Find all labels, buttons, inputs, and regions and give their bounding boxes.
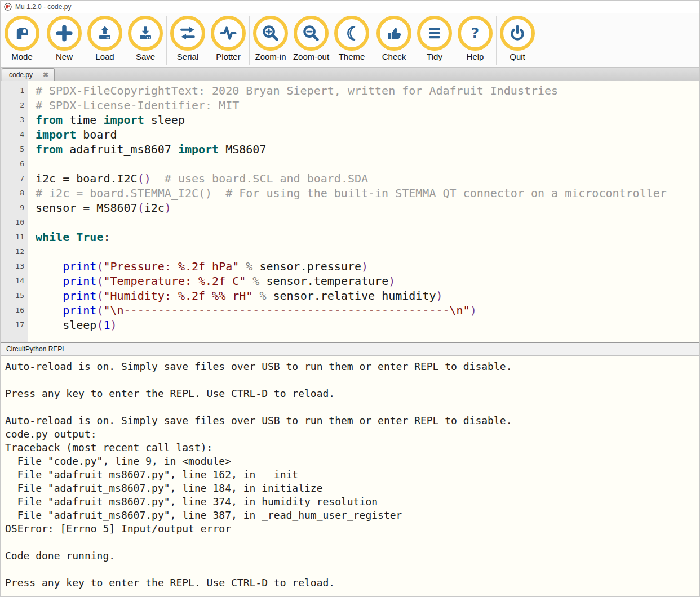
toolbar-button-zoom-in[interactable]: Zoom-in xyxy=(250,16,291,61)
toolbar-button-new[interactable]: New xyxy=(44,16,85,61)
toolbar-separator xyxy=(43,16,43,65)
toolbar-button-label: Zoom-out xyxy=(293,52,329,61)
toolbar-button-label: Help xyxy=(467,52,484,61)
toolbar-button-save[interactable]: Save xyxy=(125,16,166,61)
code-line[interactable]: print("\n-------------------------------… xyxy=(28,303,477,318)
load-icon xyxy=(87,16,122,51)
line-number: 11 xyxy=(1,230,28,244)
code-line[interactable]: print("Pressure: %.2f hPa" % sensor.pres… xyxy=(28,259,368,274)
repl-line: File "adafruit_ms8607.py", line 374, in … xyxy=(5,495,699,509)
code-line[interactable]: from time import sleep xyxy=(28,113,185,127)
editor-line: 13 print("Pressure: %.2f hPa" % sensor.p… xyxy=(1,259,699,274)
editor-line: 7i2c = board.I2C() # uses board.SCL and … xyxy=(1,171,699,186)
code-line[interactable]: print("Humidity: %.2f %% rH" % sensor.re… xyxy=(28,288,443,303)
editor-line: 3from time import sleep xyxy=(1,113,699,127)
editor-line: 8# i2c = board.STEMMA_I2C() # For using … xyxy=(1,186,699,201)
line-number: 10 xyxy=(1,215,28,230)
line-number: 2 xyxy=(1,98,28,113)
repl-line: Press any key to enter the REPL. Use CTR… xyxy=(5,576,699,590)
repl-line: File "adafruit_ms8607.py", line 387, in … xyxy=(5,509,699,522)
repl-line xyxy=(5,536,699,549)
line-number: 9 xyxy=(1,201,28,215)
titlebar: Mu 1.2.0 - code.py xyxy=(1,1,699,13)
svg-text:?: ? xyxy=(471,25,479,41)
plotter-icon xyxy=(211,16,246,51)
tab-code-py[interactable]: code.py ✖ xyxy=(2,68,55,81)
line-number: 16 xyxy=(1,303,28,318)
help-icon: ? xyxy=(458,16,493,51)
repl-line: Traceback (most recent call last): xyxy=(5,441,699,455)
new-icon xyxy=(47,16,82,51)
code-line[interactable]: sensor = MS8607(i2c) xyxy=(28,201,171,215)
code-line[interactable] xyxy=(28,244,36,259)
repl-line xyxy=(5,400,699,414)
tab-close-icon[interactable]: ✖ xyxy=(43,72,48,78)
window-title: Mu 1.2.0 - code.py xyxy=(15,3,71,11)
editor-line: 4import board xyxy=(1,127,699,142)
toolbar-button-label: Plotter xyxy=(216,52,240,61)
quit-icon xyxy=(500,16,535,51)
toolbar-button-check[interactable]: Check xyxy=(374,16,414,61)
toolbar-button-label: Tidy xyxy=(427,52,442,61)
line-number: 7 xyxy=(1,171,28,186)
line-number: 3 xyxy=(1,113,28,127)
editor-line: 1# SPDX-FileCopyrightText: 2020 Bryan Si… xyxy=(1,83,699,98)
code-line[interactable]: i2c = board.I2C() # uses board.SCL and b… xyxy=(28,171,368,186)
toolbar: ModeNewLoadSaveSerialPlotterZoom-inZoom-… xyxy=(1,13,699,67)
toolbar-button-mode[interactable]: Mode xyxy=(2,16,42,61)
repl-line: File "adafruit_ms8607.py", line 162, in … xyxy=(5,468,699,482)
toolbar-separator xyxy=(373,16,373,65)
line-number: 17 xyxy=(1,318,28,332)
check-icon xyxy=(376,16,411,51)
toolbar-button-load[interactable]: Load xyxy=(85,16,125,61)
repl-line: OSError: [Errno 5] Input/output error xyxy=(5,522,699,536)
tab-label: code.py xyxy=(9,71,33,79)
line-number: 8 xyxy=(1,186,28,201)
editor-line: 9sensor = MS8607(i2c) xyxy=(1,201,699,215)
zoom-in-icon xyxy=(253,16,288,51)
line-number: 5 xyxy=(1,142,28,157)
toolbar-button-plotter[interactable]: Plotter xyxy=(208,16,249,61)
code-line[interactable]: import board xyxy=(28,127,117,142)
toolbar-button-label: Serial xyxy=(177,52,198,61)
mu-logo-icon xyxy=(4,3,12,11)
editor-line: 6 xyxy=(1,157,699,171)
repl-output[interactable]: Auto-reload is on. Simply save files ove… xyxy=(1,356,699,596)
editor-line: 14 print("Temperature: %.2f C" % sensor.… xyxy=(1,274,699,288)
code-line[interactable]: # i2c = board.STEMMA_I2C() # For using t… xyxy=(28,186,667,201)
code-line[interactable]: sleep(1) xyxy=(28,318,117,332)
editor-line: 2# SPDX-License-Identifier: MIT xyxy=(1,98,699,113)
editor-line: 5from adafruit_ms8607 import MS8607 xyxy=(1,142,699,157)
editor-line: 15 print("Humidity: %.2f %% rH" % sensor… xyxy=(1,288,699,303)
code-line[interactable]: # SPDX-License-Identifier: MIT xyxy=(28,98,239,113)
editor-line: 10 xyxy=(1,215,699,230)
line-number: 4 xyxy=(1,127,28,142)
line-number: 12 xyxy=(1,244,28,259)
code-line[interactable] xyxy=(28,157,36,171)
toolbar-button-theme[interactable]: Theme xyxy=(331,16,372,61)
toolbar-separator xyxy=(496,16,497,65)
editor-line: 17 sleep(1) xyxy=(1,318,699,332)
toolbar-button-label: Check xyxy=(382,52,406,61)
line-number: 6 xyxy=(1,157,28,171)
toolbar-button-quit[interactable]: Quit xyxy=(497,16,538,61)
repl-panel-header: CircuitPython REPL xyxy=(1,342,699,356)
code-line[interactable] xyxy=(28,215,36,230)
line-number: 14 xyxy=(1,274,28,288)
code-line[interactable]: print("Temperature: %.2f C" % sensor.tem… xyxy=(28,274,395,288)
toolbar-button-label: Zoom-in xyxy=(255,52,286,61)
repl-panel-title: CircuitPython REPL xyxy=(6,345,66,353)
toolbar-button-tidy[interactable]: Tidy xyxy=(414,16,455,61)
toolbar-button-serial[interactable]: Serial xyxy=(167,16,208,61)
tab-bar: code.py ✖ xyxy=(1,67,699,81)
toolbar-button-label: Save xyxy=(136,52,155,61)
theme-icon xyxy=(334,16,369,51)
toolbar-button-help[interactable]: ?Help xyxy=(455,16,495,61)
code-line[interactable]: # SPDX-FileCopyrightText: 2020 Bryan Sie… xyxy=(28,83,558,98)
code-line[interactable]: while True: xyxy=(28,230,110,244)
code-line[interactable]: from adafruit_ms8607 import MS8607 xyxy=(28,142,266,157)
code-editor[interactable]: 1# SPDX-FileCopyrightText: 2020 Bryan Si… xyxy=(1,81,699,342)
toolbar-button-zoom-out[interactable]: Zoom-out xyxy=(291,16,331,61)
toolbar-separator xyxy=(166,16,167,65)
repl-line: Press any key to enter the REPL. Use CTR… xyxy=(5,387,699,400)
